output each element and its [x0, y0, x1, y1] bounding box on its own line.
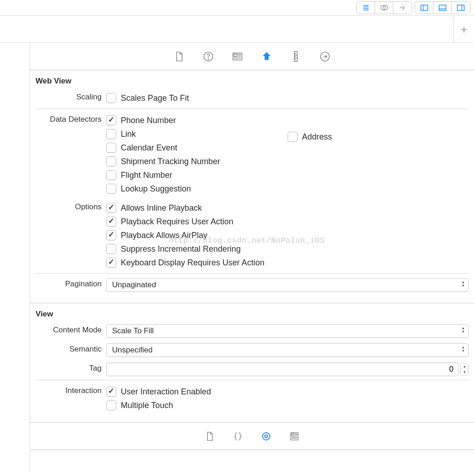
detector-link-row: Link: [106, 127, 288, 141]
help-inspector-tab[interactable]: [202, 50, 215, 63]
detector-calendar-event-label: Calendar Event: [121, 143, 177, 153]
detector-flight-number-row: Flight Number: [106, 168, 288, 182]
tag-stepper[interactable]: ▴▾: [460, 363, 469, 376]
breadcrumb-area: [0, 16, 453, 42]
connections-inspector-tab[interactable]: [319, 50, 331, 63]
inspector-tab-strip: [30, 43, 474, 70]
detector-address-checkbox[interactable]: [288, 132, 298, 142]
identity-inspector-tab[interactable]: [231, 50, 244, 63]
detector-shipment-tracking-number-checkbox[interactable]: [106, 156, 116, 166]
toggle-utilities-button[interactable]: [452, 2, 470, 14]
svg-point-13: [208, 58, 209, 59]
tag-label: Tag: [36, 362, 106, 373]
content-mode-popup[interactable]: Scale To Fill ▴▾: [106, 324, 469, 338]
popup-arrows-icon: ▴▾: [462, 280, 464, 287]
interaction-user-interaction-enabled-checkbox[interactable]: [106, 387, 116, 397]
option-playback-allows-airplay-row: Playback Allows AirPlay: [106, 228, 469, 242]
webview-section-header: Web View: [30, 70, 474, 86]
detector-shipment-tracking-number-label: Shipment Tracking Number: [121, 157, 220, 166]
content-mode-label: Content Mode: [36, 324, 106, 335]
option-allows-inline-playback-checkbox[interactable]: [106, 203, 116, 213]
interaction-multiple-touch-checkbox[interactable]: [106, 400, 116, 410]
detector-lookup-suggestion-checkbox[interactable]: [106, 184, 116, 194]
svg-point-26: [263, 433, 270, 440]
option-suppress-incremental-rendering-row: Suppress Incremental Rendering: [106, 242, 469, 256]
svg-rect-10: [458, 5, 464, 10]
option-keyboard-display-requires-user-action-label: Keyboard Display Requires User Action: [121, 258, 264, 268]
popup-arrows-icon: ▴▾: [462, 345, 464, 352]
scales-page-to-fit-checkbox[interactable]: [106, 93, 116, 103]
detector-flight-number-label: Flight Number: [121, 171, 172, 180]
view-section-header: View: [30, 303, 474, 319]
data-detectors-label: Data Detectors: [36, 114, 106, 124]
option-keyboard-display-requires-user-action-row: Keyboard Display Requires User Action: [106, 256, 469, 269]
svg-rect-6: [421, 5, 428, 10]
file-inspector-tab[interactable]: [173, 50, 185, 63]
tag-input[interactable]: [106, 362, 459, 376]
option-playback-requires-user-action-checkbox[interactable]: [106, 217, 116, 227]
attributes-inspector-tab[interactable]: [260, 50, 273, 63]
semantic-label: Semantic: [36, 343, 106, 354]
version-editor-button[interactable]: [393, 2, 412, 14]
top-toolbar: [0, 0, 474, 16]
standard-editor-button[interactable]: [357, 2, 375, 14]
object-library-tab[interactable]: [260, 430, 272, 442]
breadcrumb-bar: ＋: [0, 16, 474, 43]
option-playback-requires-user-action-label: Playback Requires User Action: [121, 217, 233, 227]
option-suppress-incremental-rendering-label: Suppress Incremental Rendering: [121, 244, 241, 254]
panel-toggle-group: [415, 1, 470, 14]
option-allows-inline-playback-row: Allows Inline Playback: [106, 201, 469, 215]
content-mode-value: Scale To Fill: [112, 326, 154, 336]
scaling-label: Scaling: [36, 91, 106, 102]
assistant-editor-button[interactable]: [375, 2, 393, 14]
file-template-library-tab[interactable]: [204, 430, 216, 442]
interaction-user-interaction-enabled-row: User Interaction Enabled: [106, 385, 469, 398]
option-suppress-incremental-rendering-checkbox[interactable]: [106, 244, 116, 254]
media-library-tab[interactable]: [289, 430, 300, 442]
toggle-navigator-button[interactable]: [415, 2, 433, 14]
option-playback-allows-airplay-checkbox[interactable]: [106, 230, 116, 240]
option-playback-allows-airplay-label: Playback Allows AirPlay: [121, 231, 207, 240]
library-tab-strip: [30, 422, 474, 450]
size-inspector-tab[interactable]: [289, 50, 302, 63]
code-snippet-library-tab[interactable]: [232, 430, 244, 442]
detector-link-checkbox[interactable]: [106, 129, 116, 139]
add-button[interactable]: ＋: [453, 16, 474, 42]
svg-rect-15: [234, 54, 237, 56]
document-outline-gutter: [0, 43, 30, 471]
semantic-popup[interactable]: Unspecified ▴▾: [106, 343, 469, 357]
scales-page-to-fit-row: Scales Page To Fit: [106, 91, 469, 105]
options-label: Options: [36, 201, 106, 212]
option-allows-inline-playback-label: Allows Inline Playback: [121, 203, 202, 213]
detector-shipment-tracking-number-row: Shipment Tracking Number: [106, 155, 288, 168]
interaction-multiple-touch-label: Multiple Touch: [121, 401, 173, 410]
detector-phone-number-row: Phone Number: [106, 114, 288, 127]
popup-arrows-icon: ▴▾: [462, 326, 464, 333]
interaction-label: Interaction: [36, 385, 106, 395]
detector-calendar-event-checkbox[interactable]: [106, 143, 116, 153]
detector-flight-number-checkbox[interactable]: [106, 170, 116, 180]
svg-rect-29: [292, 434, 294, 435]
semantic-value: Unspecified: [112, 346, 153, 355]
inspector-panel: Web View Scaling Scales Page To Fit Data…: [30, 43, 474, 471]
svg-point-27: [265, 435, 268, 438]
interaction-user-interaction-enabled-label: User Interaction Enabled: [121, 387, 211, 397]
detector-lookup-suggestion-row: Lookup Suggestion: [106, 182, 288, 196]
detector-lookup-suggestion-label: Lookup Suggestion: [121, 184, 191, 194]
detector-phone-number-checkbox[interactable]: [106, 115, 116, 125]
detector-phone-number-label: Phone Number: [121, 116, 176, 125]
view-mode-group: [356, 1, 412, 14]
scales-page-to-fit-label: Scales Page To Fit: [121, 93, 189, 103]
interaction-multiple-touch-row: Multiple Touch: [106, 398, 469, 411]
detector-link-label: Link: [121, 129, 136, 139]
detector-address-row: Address: [288, 130, 469, 144]
svg-rect-8: [439, 5, 446, 10]
option-playback-requires-user-action-row: Playback Requires User Action: [106, 215, 469, 228]
option-keyboard-display-requires-user-action-checkbox[interactable]: [106, 258, 116, 268]
detector-calendar-event-row: Calendar Event: [106, 141, 288, 155]
pagination-value: Unpaginated: [112, 280, 156, 290]
pagination-label: Pagination: [36, 278, 106, 289]
toggle-debug-button[interactable]: [433, 2, 452, 14]
detector-address-label: Address: [302, 132, 332, 142]
pagination-popup[interactable]: Unpaginated ▴▾: [106, 278, 469, 292]
